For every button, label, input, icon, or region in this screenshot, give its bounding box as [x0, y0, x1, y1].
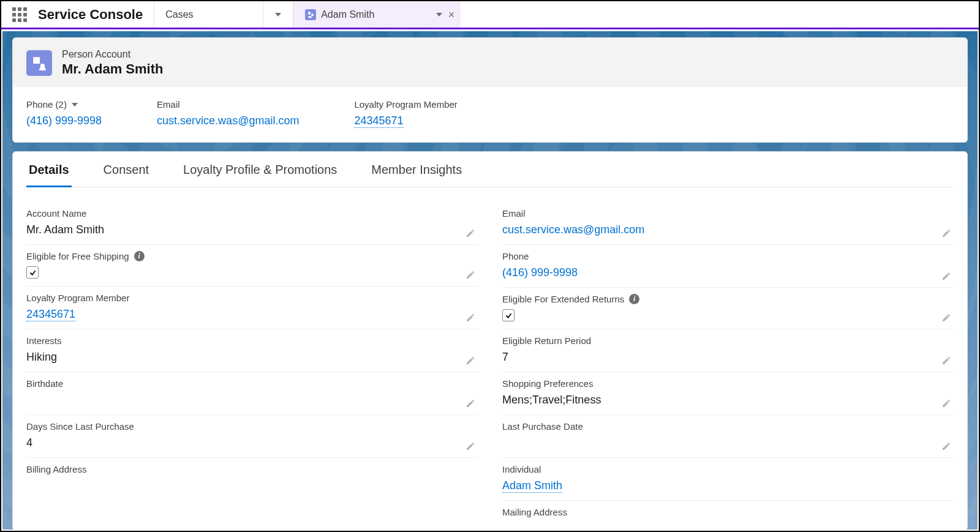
app-launcher-button[interactable] — [1, 1, 38, 28]
field-shopping-preferences: Shopping Preferences Mens;Travel;Fitness — [502, 372, 954, 415]
highlights-panel: Phone (2) (416) 999-9998 Email cust.serv… — [12, 87, 968, 143]
app-title: Service Console — [38, 1, 154, 28]
highlight-label: Email — [157, 99, 299, 110]
pencil-icon[interactable] — [466, 270, 475, 280]
field-label: Eligible For Extended Returns — [502, 294, 624, 304]
chevron-down-icon — [275, 13, 281, 17]
field-value — [502, 436, 954, 450]
nav-item-cases[interactable]: Cases — [154, 1, 263, 28]
field-interests: Interests Hiking — [26, 329, 478, 372]
details-right-column: Email cust.service.was@gmail.com Phone (… — [502, 202, 954, 525]
subtab-adam-smith[interactable]: Adam Smith × — [293, 1, 461, 28]
individual-link[interactable]: Adam Smith — [502, 479, 562, 493]
record-title: Mr. Adam Smith — [62, 61, 163, 77]
pencil-icon[interactable] — [941, 271, 951, 281]
record-body: Details Consent Loyalty Profile & Promot… — [12, 151, 968, 530]
field-label: Birthdate — [26, 378, 478, 389]
field-label: Billing Address — [26, 464, 478, 474]
email-link[interactable]: cust.service.was@gmail.com — [502, 223, 644, 236]
field-value: 4 — [26, 436, 478, 450]
details-left-column: Account Name Mr. Adam Smith Eligible for… — [26, 202, 478, 525]
details-grid: Account Name Mr. Adam Smith Eligible for… — [26, 187, 954, 525]
field-extended-returns: Eligible For Extended Returns i — [502, 288, 954, 329]
field-account-name: Account Name Mr. Adam Smith — [26, 202, 478, 245]
pencil-icon[interactable] — [941, 399, 951, 408]
field-birthdate: Birthdate — [26, 372, 478, 415]
top-navigation: Service Console Cases Adam Smith × — [1, 1, 979, 29]
info-icon[interactable]: i — [629, 294, 639, 304]
field-billing-address: Billing Address — [26, 458, 478, 482]
field-label: Eligible for Free Shipping — [26, 251, 129, 261]
field-label: Shopping Preferences — [502, 378, 954, 389]
field-last-purchase-date: Last Purchase Date — [502, 415, 954, 458]
field-label: Days Since Last Purchase — [26, 421, 478, 432]
loyalty-member-link[interactable]: 24345671 — [354, 114, 403, 128]
field-phone: Phone (416) 999-9998 — [502, 245, 954, 288]
field-label: Account Name — [26, 208, 478, 219]
pencil-icon[interactable] — [941, 228, 951, 238]
field-individual: Individual Adam Smith — [502, 458, 954, 501]
field-return-period: Eligible Return Period 7 — [502, 329, 954, 372]
field-value: Mens;Travel;Fitness — [502, 394, 954, 407]
checkbox-extended-returns[interactable] — [502, 309, 514, 321]
tab-loyalty[interactable]: Loyalty Profile & Promotions — [181, 163, 339, 187]
nav-item-label: Cases — [165, 9, 193, 20]
tab-consent[interactable]: Consent — [101, 163, 152, 187]
pencil-icon[interactable] — [466, 399, 475, 408]
tab-insights[interactable]: Member Insights — [369, 163, 464, 187]
pencil-icon[interactable] — [941, 313, 951, 323]
person-account-icon — [26, 50, 52, 76]
record-header: Person Account Mr. Adam Smith — [12, 37, 968, 87]
field-label: Individual — [502, 464, 954, 474]
nav-item-dropdown[interactable] — [263, 1, 293, 28]
field-label: Last Purchase Date — [502, 421, 954, 432]
subtab-label: Adam Smith — [321, 9, 374, 20]
highlight-label: Loyalty Program Member — [354, 99, 457, 110]
field-loyalty-member: Loyalty Program Member 24345671 — [26, 287, 478, 329]
field-mailing-address: Mailing Address — [502, 501, 954, 525]
highlight-label: Phone (2) — [26, 99, 67, 110]
person-account-icon — [305, 9, 316, 20]
loyalty-member-link[interactable]: 24345671 — [26, 308, 75, 321]
pencil-icon[interactable] — [466, 441, 475, 451]
field-email: Email cust.service.was@gmail.com — [502, 202, 954, 245]
email-link[interactable]: cust.service.was@gmail.com — [157, 114, 299, 127]
highlight-loyalty: Loyalty Program Member 24345671 — [354, 99, 457, 127]
pencil-icon[interactable] — [941, 441, 951, 451]
field-label: Mailing Address — [502, 507, 954, 517]
highlight-phone: Phone (2) (416) 999-9998 — [26, 99, 102, 127]
field-label: Loyalty Program Member — [26, 293, 478, 303]
field-label: Email — [502, 208, 954, 219]
pencil-icon[interactable] — [466, 228, 475, 238]
field-value — [26, 394, 478, 407]
chevron-down-icon[interactable] — [72, 103, 78, 107]
entity-type-label: Person Account — [62, 49, 163, 60]
info-icon[interactable]: i — [134, 251, 145, 261]
record-tabs: Details Consent Loyalty Profile & Promot… — [26, 152, 954, 187]
pencil-icon[interactable] — [466, 313, 475, 323]
waffle-icon — [12, 7, 27, 22]
pencil-icon[interactable] — [466, 356, 475, 365]
field-value: Mr. Adam Smith — [26, 223, 478, 237]
tab-details[interactable]: Details — [26, 163, 72, 187]
checkbox-free-shipping[interactable] — [26, 266, 39, 279]
field-label: Eligible Return Period — [502, 335, 954, 346]
close-icon[interactable]: × — [448, 9, 455, 20]
field-value: Hiking — [26, 351, 478, 364]
field-label: Interests — [26, 335, 478, 346]
field-days-since-purchase: Days Since Last Purchase 4 — [26, 415, 478, 458]
field-free-shipping: Eligible for Free Shipping i — [26, 245, 478, 287]
highlight-email: Email cust.service.was@gmail.com — [157, 99, 299, 127]
phone-link[interactable]: (416) 999-9998 — [502, 266, 578, 279]
field-label: Phone — [502, 251, 954, 261]
phone-link[interactable]: (416) 999-9998 — [26, 114, 102, 127]
chevron-down-icon[interactable] — [436, 13, 442, 17]
field-value: 7 — [502, 351, 954, 364]
pencil-icon[interactable] — [941, 356, 951, 365]
